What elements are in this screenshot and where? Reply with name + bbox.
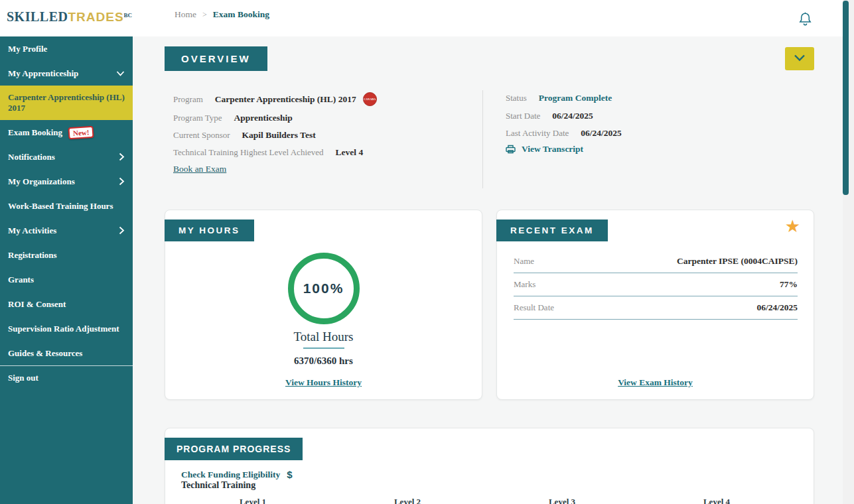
sidebar-item-carpenter-apprenticeship[interactable]: Carpenter Apprenticeship (HL) 2017: [0, 86, 133, 120]
star-icon[interactable]: ★: [785, 218, 800, 235]
sidebar-item-label: My Organizations: [8, 176, 75, 187]
status-row: Status Program Complete: [506, 93, 612, 103]
last-activity-label: Last Activity Date: [506, 128, 569, 139]
sidebar-item-supervision-ratio-adjustment[interactable]: Supervision Ratio Adjustment: [0, 316, 133, 341]
collapse-section-button[interactable]: [785, 47, 814, 70]
view-exam-history-link[interactable]: View Exam History: [497, 377, 814, 388]
exam-name-label: Name: [514, 256, 534, 267]
last-activity-value: 06/24/2025: [581, 128, 622, 139]
program-value: Carpenter Apprenticeship (HL) 2017: [215, 94, 356, 105]
table-row: Name Carpenter IPSE (0004CAIPSE): [514, 250, 798, 273]
sidebar-item-registrations[interactable]: Registrations: [0, 243, 133, 267]
printer-icon: [506, 145, 516, 154]
sidebar-item-label: ROI & Consent: [8, 299, 66, 310]
level-1-label: Level 1: [223, 497, 283, 504]
program-row: Program Carpenter Apprenticeship (HL) 20…: [173, 92, 377, 106]
sidebar-item-label: Exam Booking: [8, 127, 62, 138]
sidebar-item-label: My Activities: [8, 225, 56, 236]
start-date-row: Start Date 06/24/2025: [506, 111, 593, 121]
chevron-right-icon: [118, 177, 125, 186]
table-row: Marks 77%: [514, 273, 798, 296]
chevron-right-icon: [118, 153, 125, 161]
sidebar-item-guides-resources[interactable]: Guides & Resources: [0, 341, 133, 365]
logo-part-trades: TRADES: [68, 10, 123, 24]
view-transcript-label: View Transcript: [522, 144, 583, 155]
hours-progress-ring: 100%: [288, 253, 360, 324]
chevron-down-icon: [116, 70, 125, 77]
recent-exam-card-title: RECENT EXAM: [496, 220, 608, 241]
sidebar-item-label: Guides & Resources: [8, 348, 82, 359]
sidebar-item-label: Grants: [8, 275, 34, 285]
sidebar-item-label: Notifications: [8, 152, 55, 162]
sidebar-item-my-apprenticeship[interactable]: My Apprenticeship: [0, 61, 133, 86]
current-sponsor-row: Current Sponsor Kapil Builders Test: [173, 130, 316, 141]
skilledtradesbc-logo[interactable]: SKILLEDTRADESBC: [7, 9, 132, 25]
breadcrumb-home-link[interactable]: Home: [175, 9, 196, 19]
recent-exam-table: Name Carpenter IPSE (0004CAIPSE) Marks 7…: [514, 250, 798, 320]
sidebar-item-label: Sign out: [8, 373, 38, 383]
book-an-exam-link[interactable]: Book an Exam: [173, 164, 226, 174]
level-3-label: Level 3: [532, 497, 592, 504]
logo-part-skilled: SKILLED: [7, 9, 68, 24]
sidebar-item-my-organizations[interactable]: My Organizations: [0, 169, 133, 194]
sidebar-item-sign-out[interactable]: Sign out: [0, 365, 133, 390]
exam-name-value: Carpenter IPSE (0004CAIPSE): [677, 256, 798, 267]
total-hours-value: 6370/6360 hrs: [165, 355, 482, 367]
sidebar-item-label: Supervision Ratio Adjustment: [8, 324, 119, 334]
recent-exam-card: RECENT EXAM ★ Name Carpenter IPSE (0004C…: [496, 210, 814, 400]
sidebar-item-label: My Profile: [8, 44, 47, 54]
exam-result-date-value: 06/24/2025: [756, 302, 798, 313]
total-hours-underline: [303, 347, 344, 349]
table-row: Result Date 06/24/2025: [514, 296, 798, 320]
current-sponsor-label: Current Sponsor: [173, 130, 230, 141]
chevron-right-icon: [118, 226, 125, 235]
status-value: Program Complete: [539, 93, 612, 103]
view-transcript-link[interactable]: View Transcript: [506, 144, 583, 155]
technical-training-subtitle: Technical Training: [181, 480, 255, 491]
level-4-label: Level 4: [687, 497, 747, 504]
page-scrollbar[interactable]: [843, 0, 854, 504]
sidebar-item-roi-consent[interactable]: ROI & Consent: [0, 292, 133, 316]
sidebar-item-label: Work-Based Training Hours: [8, 201, 113, 212]
program-label: Program: [173, 94, 203, 105]
check-funding-eligibility-link[interactable]: Check Funding Eligibility $: [181, 469, 293, 480]
sidebar-item-notifications[interactable]: Notifications: [0, 145, 133, 169]
status-label: Status: [506, 93, 527, 103]
sidebar-item-label: Registrations: [8, 250, 57, 261]
view-hours-history-link[interactable]: View Hours History: [165, 377, 482, 388]
start-date-value: 06/24/2025: [552, 111, 593, 121]
top-bar: SKILLEDTRADESBC Home>Exam Booking: [0, 0, 854, 36]
sidebar-item-exam-booking[interactable]: Exam Booking New!: [0, 120, 133, 145]
program-type-row: Program Type Apprenticeship: [173, 113, 293, 123]
level-2-label: Level 2: [378, 497, 437, 504]
my-hours-card-title: MY HOURS: [165, 220, 254, 241]
dollar-icon: $: [287, 469, 292, 480]
my-hours-card: MY HOURS 100% Total Hours 6370/6360 hrs …: [165, 210, 482, 400]
scrollbar-thumb[interactable]: [843, 1, 849, 195]
program-progress-card-title: PROGRAM PROGRESS: [165, 438, 303, 460]
highest-level-row: Technical Training Highest Level Achieve…: [173, 147, 363, 158]
program-type-label: Program Type: [173, 113, 222, 123]
exam-result-date-label: Result Date: [514, 302, 554, 313]
sidebar-item-grants[interactable]: Grants: [0, 267, 133, 292]
exam-marks-value: 77%: [780, 279, 798, 290]
sidebar-item-work-based-training-hours[interactable]: Work-Based Training Hours: [0, 194, 133, 218]
breadcrumb-separator: >: [202, 10, 207, 19]
new-badge: New!: [68, 125, 94, 139]
program-progress-card: PROGRAM PROGRESS Check Funding Eligibili…: [165, 428, 814, 504]
check-funding-eligibility-label: Check Funding Eligibility: [181, 470, 280, 480]
sidebar-item-my-profile[interactable]: My Profile: [0, 36, 133, 61]
logo-part-bc: BC: [124, 12, 133, 19]
breadcrumb-current: Exam Booking: [213, 9, 269, 19]
start-date-label: Start Date: [506, 111, 540, 121]
hours-percent: 100%: [303, 281, 344, 296]
breadcrumb: Home>Exam Booking: [175, 9, 269, 20]
sidebar-item-label: My Apprenticeship: [8, 68, 78, 79]
highest-level-label: Technical Training Highest Level Achieve…: [173, 147, 324, 158]
sidebar-item-my-activities[interactable]: My Activities: [0, 218, 133, 243]
notifications-bell-icon[interactable]: [798, 11, 812, 29]
highest-level-value: Level 4: [336, 147, 364, 158]
sidebar-item-label: Carpenter Apprenticeship (HL) 2017: [8, 92, 125, 113]
program-type-value: Apprenticeship: [234, 113, 293, 123]
exam-marks-label: Marks: [514, 279, 535, 290]
